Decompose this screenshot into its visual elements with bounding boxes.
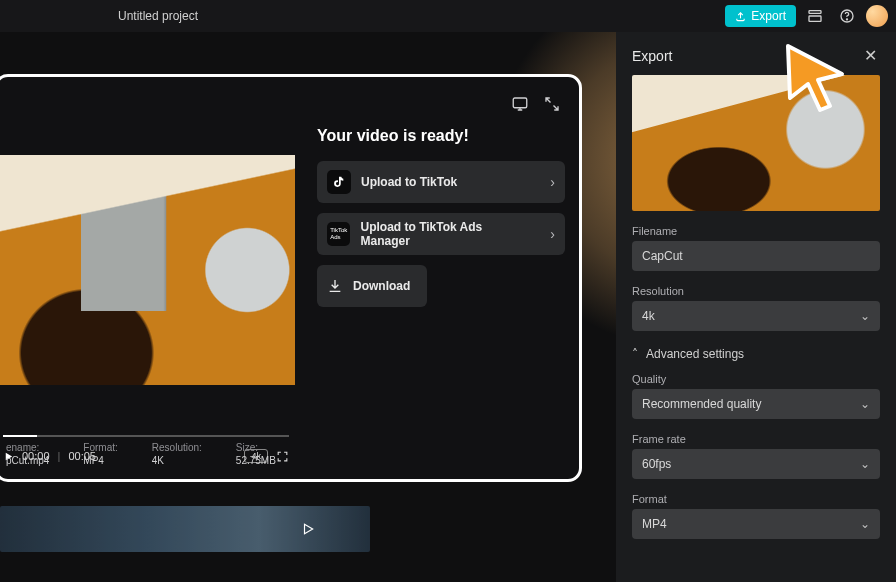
cursor-illustration <box>780 40 860 120</box>
chevron-right-icon: › <box>550 174 555 190</box>
svg-rect-4 <box>513 98 527 108</box>
export-metadata: ename:pCut.mp4 Format:MP4 Resolution:4K … <box>6 442 882 532</box>
upload-to-ads-manager-button[interactable]: TikTokAds Upload to TikTok Ads Manager › <box>317 213 565 255</box>
svg-point-3 <box>846 19 847 20</box>
quality-select[interactable]: Recommended quality ⌄ <box>632 389 880 419</box>
tiktok-icon <box>327 170 351 194</box>
resolution-label: Resolution <box>632 285 880 297</box>
export-panel-title: Export <box>632 48 672 64</box>
download-icon <box>327 278 343 294</box>
download-button[interactable]: Download <box>317 265 427 307</box>
chevron-down-icon: ⌄ <box>860 397 870 411</box>
filename-input[interactable] <box>632 241 880 271</box>
tiktok-ads-icon: TikTokAds <box>327 222 350 246</box>
export-button[interactable]: Export <box>725 5 796 27</box>
layout-toggle-icon[interactable] <box>802 3 828 29</box>
filename-label: Filename <box>632 225 880 237</box>
avatar[interactable] <box>866 5 888 27</box>
chevron-up-icon: ˄ <box>632 347 638 361</box>
progress-bar[interactable] <box>3 435 289 437</box>
advanced-settings-toggle[interactable]: ˄ Advanced settings <box>632 347 880 361</box>
expand-icon[interactable] <box>543 95 561 113</box>
video-preview[interactable] <box>0 155 295 385</box>
close-icon[interactable]: ✕ <box>860 46 880 65</box>
resolution-select[interactable]: 4k ⌄ <box>632 301 880 331</box>
upload-to-ads-label: Upload to TikTok Ads Manager <box>360 220 530 248</box>
chevron-down-icon: ⌄ <box>860 309 870 323</box>
help-icon[interactable] <box>834 3 860 29</box>
upload-to-tiktok-label: Upload to TikTok <box>361 175 457 189</box>
resolution-value: 4k <box>642 309 655 323</box>
chevron-right-icon: › <box>550 226 555 242</box>
top-bar: Untitled project Export <box>0 0 896 32</box>
project-title: Untitled project <box>118 9 198 23</box>
svg-rect-0 <box>809 11 821 14</box>
quality-label: Quality <box>632 373 880 385</box>
modal-title: Your video is ready! <box>317 127 565 145</box>
quality-value: Recommended quality <box>642 397 761 411</box>
upload-icon <box>735 11 746 22</box>
download-label: Download <box>353 279 410 293</box>
advanced-settings-label: Advanced settings <box>646 347 744 361</box>
svg-rect-1 <box>809 16 821 21</box>
export-button-label: Export <box>751 9 786 23</box>
upload-to-tiktok-button[interactable]: Upload to TikTok › <box>317 161 565 203</box>
export-complete-modal: 00:00 | 00:05 4k Your video is ready! Up… <box>0 74 582 482</box>
monitor-icon[interactable] <box>511 95 529 113</box>
